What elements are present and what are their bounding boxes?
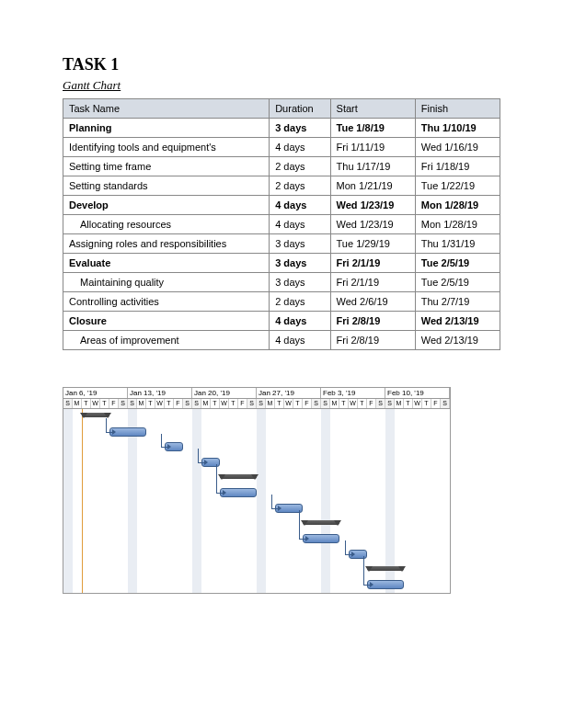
table-cell: Wed 2/13/19 [415, 331, 500, 350]
table-row: Planning3 daysTue 1/8/19Thu 1/10/19 [63, 119, 500, 138]
table-row: Evaluate3 daysFri 2/1/19Tue 2/5/19 [63, 254, 500, 273]
table-row: Maintaining quality3 daysFri 2/1/19Tue 2… [63, 273, 500, 292]
gantt-day-label: S [376, 399, 385, 408]
gantt-day-label: T [404, 399, 413, 408]
table-cell: Controlling activities [63, 292, 270, 312]
table-cell: 4 days [270, 138, 330, 157]
gantt-day-label: M [330, 399, 339, 408]
gantt-day-label: S [321, 399, 330, 408]
gantt-day-label: F [303, 399, 312, 408]
table-cell: 2 days [270, 292, 330, 312]
table-cell: Fri 1/18/19 [415, 157, 500, 176]
table-cell: Maintaining quality [63, 273, 270, 292]
table-cell: Closure [63, 312, 270, 331]
gantt-day-label: S [257, 399, 266, 408]
gantt-day-label: T [275, 399, 284, 408]
gantt-chart: Jan 6, '19Jan 13, '19Jan 20, '19Jan 27, … [63, 387, 451, 594]
table-cell: Wed 2/13/19 [415, 312, 500, 331]
table-cell: 4 days [270, 196, 330, 215]
gantt-summary-bar [220, 474, 257, 479]
table-header: Finish [415, 99, 500, 119]
table-header: Task Name [63, 99, 270, 119]
gantt-day-label: T [100, 399, 109, 408]
table-cell: Tue 1/22/19 [415, 176, 500, 196]
gantt-day-label: W [413, 399, 422, 408]
gantt-week-label: Jan 27, '19 [257, 388, 321, 398]
subtitle: Gantt Chart [63, 78, 500, 93]
gantt-day-label: S [312, 399, 321, 408]
table-row: Identifying tools and equipment's4 daysF… [63, 138, 500, 157]
gantt-link [363, 556, 370, 586]
gantt-day-label: S [183, 399, 192, 408]
gantt-day-label: F [109, 399, 119, 408]
gantt-day-label: T [358, 399, 367, 408]
gantt-day-label: T [422, 399, 431, 408]
gantt-week-label: Jan 20, '19 [192, 388, 257, 398]
gantt-day-label: S [247, 399, 257, 408]
table-row: Areas of improvement4 daysFri 2/8/19Wed … [63, 331, 500, 350]
table-cell: Tue 1/29/19 [330, 234, 415, 254]
gantt-day-label: T [211, 399, 220, 408]
gantt-day-label: F [367, 399, 376, 408]
gantt-day-label: S [63, 399, 73, 408]
table-cell: Fri 1/11/19 [330, 138, 415, 157]
gantt-day-label: F [238, 399, 247, 408]
table-cell: Fri 2/1/19 [330, 254, 415, 273]
gantt-day-label: S [119, 399, 128, 408]
table-cell: Mon 1/21/19 [330, 176, 415, 196]
gantt-day-label: M [201, 399, 211, 408]
gantt-day-label: W [155, 399, 165, 408]
table-cell: Planning [63, 119, 270, 138]
gantt-summary-bar [367, 566, 404, 571]
gantt-day-label: M [266, 399, 275, 408]
table-cell: Thu 1/17/19 [330, 157, 415, 176]
table-cell: Wed 1/16/19 [415, 138, 500, 157]
table-cell: Develop [63, 196, 270, 215]
gantt-day-label: W [349, 399, 358, 408]
table-row: Develop4 daysWed 1/23/19Mon 1/28/19 [63, 196, 500, 215]
table-header: Start [330, 99, 415, 119]
gantt-table: Task NameDurationStartFinish Planning3 d… [63, 98, 500, 350]
table-cell: Tue 2/5/19 [415, 273, 500, 292]
gantt-day-label: T [146, 399, 155, 408]
gantt-day-label: W [220, 399, 229, 408]
table-cell: Setting time frame [63, 157, 270, 176]
gantt-day-label: T [229, 399, 238, 408]
table-cell: Wed 1/23/19 [330, 215, 415, 234]
gantt-week-label: Jan 6, '19 [63, 388, 128, 398]
gantt-link [271, 495, 278, 509]
table-row: Allocating resources4 daysWed 1/23/19Mon… [63, 215, 500, 234]
table-cell: 2 days [270, 157, 330, 176]
gantt-link [106, 418, 112, 433]
table-cell: Evaluate [63, 254, 270, 273]
table-cell: Setting standards [63, 176, 270, 196]
table-cell: Identifying tools and equipment's [63, 138, 270, 157]
table-cell: 3 days [270, 254, 330, 273]
table-row: Closure4 daysFri 2/8/19Wed 2/13/19 [63, 312, 500, 331]
table-cell: Assigning roles and responsibilities [63, 234, 270, 254]
gantt-link [345, 540, 351, 555]
gantt-day-label: S [385, 399, 395, 408]
gantt-link [299, 510, 305, 540]
table-row: Setting standards2 daysMon 1/21/19Tue 1/… [63, 176, 500, 196]
gantt-link [216, 464, 223, 494]
gantt-day-label: W [284, 399, 293, 408]
table-cell: 3 days [270, 273, 330, 292]
gantt-today-line [82, 409, 83, 593]
table-header: Duration [270, 99, 330, 119]
gantt-day-label: S [128, 399, 137, 408]
table-cell: Tue 2/5/19 [415, 254, 500, 273]
gantt-day-label: M [137, 399, 146, 408]
gantt-day-label: F [431, 399, 441, 408]
gantt-day-label: T [293, 399, 303, 408]
gantt-link [198, 449, 204, 463]
table-cell: 2 days [270, 176, 330, 196]
table-row: Controlling activities2 daysWed 2/6/19Th… [63, 292, 500, 312]
table-row: Setting time frame2 daysThu 1/17/19Fri 1… [63, 157, 500, 176]
table-cell: Allocating resources [63, 215, 270, 234]
table-cell: Mon 1/28/19 [415, 215, 500, 234]
gantt-summary-bar [82, 413, 109, 417]
gantt-summary-bar [303, 520, 339, 525]
gantt-day-label: M [395, 399, 404, 408]
gantt-day-label: T [339, 399, 349, 408]
